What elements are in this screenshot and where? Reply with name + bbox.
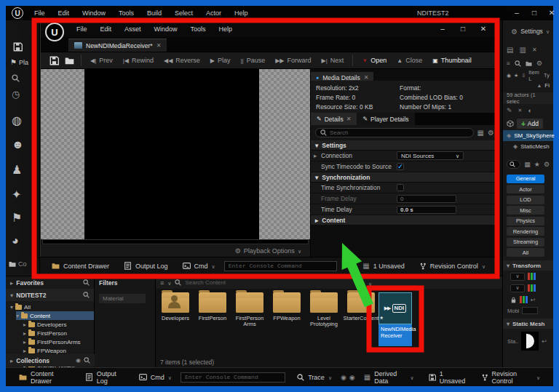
recent-icon[interactable] [12,89,20,100]
mp-menu-tools[interactable]: Tools [191,25,206,33]
save-icon[interactable] [49,56,59,65]
project-header[interactable]: NDITEST2 [6,289,94,301]
tab-newndimediareceiver[interactable]: NewNDIMediaReceiver* ✕ [68,39,167,52]
expand-icon[interactable] [314,152,317,159]
thumbnail-button[interactable]: Thumbnail [432,57,472,64]
section-content[interactable]: Content [311,215,499,225]
folder-firstperson[interactable]: FirstPerson [194,292,231,321]
reverse-button[interactable]: ◀◀Reverse [164,57,200,64]
menu-tools[interactable]: Tools [119,9,134,17]
category-all[interactable]: All [507,248,544,257]
category-lod[interactable]: LOD [507,196,544,204]
mp-menu-asset[interactable]: Asset [124,25,141,33]
category-misc[interactable]: Misc [507,206,544,215]
menu-file[interactable]: File [34,9,45,17]
new-folder-icon[interactable] [526,60,532,67]
time-sync-checkbox[interactable] [397,184,404,191]
open-button[interactable]: Open [362,57,386,64]
menu-actor[interactable]: Actor [206,9,221,17]
gear-icon[interactable] [536,60,542,67]
component-row[interactable]: ◈ StaticMesh [503,141,553,152]
tab-close-icon[interactable]: ✕ [532,47,537,53]
static-mesh-row[interactable]: Sta.. ↩ [503,329,553,353]
display-options-icon[interactable] [477,129,484,137]
xyz-values[interactable] [528,273,536,280]
camera-icon[interactable] [341,374,346,381]
folder-fpweapon[interactable]: FPWeapon [269,292,305,321]
unsaved-button[interactable]: 1 Unsaved [423,371,472,384]
section-settings[interactable]: Settings [311,140,499,151]
category-general[interactable]: General [507,175,544,183]
tree-item-all[interactable]: All [10,303,94,311]
filter-menu-icon[interactable] [507,60,510,67]
property-sync-timecode[interactable]: Sync Timecode to Source ✓ [311,161,499,172]
folder-startercontent[interactable]: StarterContent [343,292,379,321]
search-icon[interactable] [515,60,521,67]
reset-icon[interactable]: ↩ [542,338,547,345]
add-button[interactable]: + Add [517,119,543,129]
connection-dropdown[interactable]: NDI Sources [397,151,464,160]
minimize-button[interactable]: – [508,9,526,17]
folder-developers[interactable]: Developers [157,292,194,321]
transform-location-row[interactable] [503,271,553,282]
content-drawer-button[interactable]: Content Drawer [13,371,76,384]
sync-timecode-checkbox[interactable]: ✓ [397,163,404,170]
property-time-delay[interactable]: Time Delay 0.0 s [311,204,499,215]
layers-tab-icon[interactable]: ▤ [507,46,513,54]
reset-icon[interactable]: ↩ [531,297,536,303]
menu-window[interactable]: Window [82,9,106,17]
property-time-synchronization[interactable]: Time Synchronization [311,183,499,193]
tree-item-developers[interactable]: Developers [23,320,94,329]
menu-select[interactable]: Select [175,9,193,17]
media-viewport[interactable] [41,69,310,239]
gear-icon[interactable] [544,161,550,168]
search-icon[interactable] [83,292,90,298]
mp-menu-file[interactable]: File [76,25,87,33]
xyz-values[interactable] [528,284,536,292]
mp-close-button[interactable]: ✕ [475,25,492,33]
mp-menu-window[interactable]: Window [154,25,178,33]
time-delay-input[interactable]: 0.0 s [397,206,456,214]
cmd-button[interactable]: Cmd [177,260,221,273]
favorites-header[interactable]: Favorites [6,276,94,289]
asset-newndimediareceiver[interactable]: ▶▶ NDI * NewNDIMedia Receiver [378,292,412,346]
axis-dropdown[interactable] [510,284,525,292]
mp-minimize-button[interactable]: – [434,25,451,33]
close-button[interactable]: ✕ [543,9,559,17]
flag-icon[interactable]: ⚑ [12,211,22,225]
xyz-values[interactable] [520,296,528,303]
search-input[interactable]: Search [315,128,474,137]
volume-icon[interactable]: ◕ [12,234,19,247]
output-log-button[interactable]: Output Log [79,371,130,384]
gear-icon[interactable] [488,129,494,137]
outliner-row-fi[interactable]: ▲ Fi [503,81,553,90]
world-tab-icon[interactable]: ◐ [528,107,531,114]
category-physics[interactable]: Physics [507,217,544,225]
outliner-tab-icon[interactable]: ▥ [519,46,526,54]
chevron-down-icon[interactable] [368,280,372,287]
platforms-button[interactable]: ⚑ Pla [10,58,28,66]
light-icon[interactable]: ✦ [12,188,21,201]
tree-item-firstperson[interactable]: FirstPerson [23,329,94,337]
category-rendering[interactable]: Rendering [507,227,544,236]
derived-data-button[interactable]: Derived Data [358,371,420,384]
console-command-input[interactable] [181,372,285,383]
search-icon[interactable] [83,279,90,286]
prev-button[interactable]: ◀|Prev [90,57,113,64]
transform-rotation-row[interactable] [503,282,553,294]
search-toggle[interactable] [507,160,520,169]
tab-player-details[interactable]: ✎ Player Details [357,113,414,125]
mobility-toggle[interactable] [522,307,538,314]
tab-details[interactable]: ✎ Details ✕ [311,113,357,125]
section-static-mesh[interactable]: Static Mesh [503,319,553,329]
mesh-thumbnail[interactable] [521,332,539,351]
category-streaming[interactable]: Streaming [507,238,544,247]
section-transform[interactable]: Transform [503,260,553,271]
folder-level-prototyping[interactable]: Level Prototyping [306,292,342,327]
unsaved-button[interactable]: 1 Unsaved [357,260,410,273]
tab-close-icon[interactable]: ✕ [518,108,523,113]
menu-edit[interactable]: Edit [58,9,70,17]
rewind-button[interactable]: |◀Rewind [123,57,154,64]
forward-button[interactable]: ▶▶Forward [275,57,311,64]
mp-menu-help[interactable]: Help [219,25,233,33]
